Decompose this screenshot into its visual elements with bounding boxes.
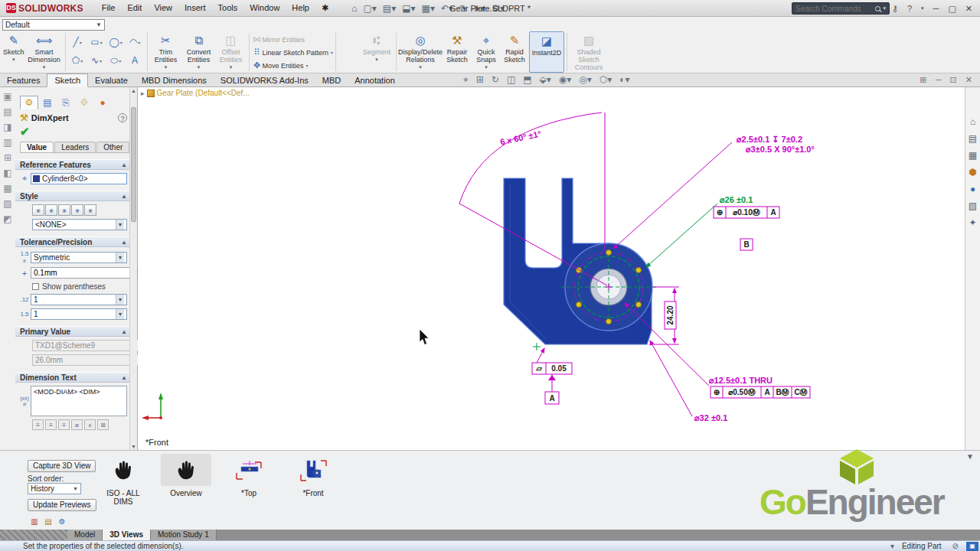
- menu-view[interactable]: View: [148, 1, 178, 15]
- report-icon[interactable]: ▥: [29, 517, 40, 527]
- hide-show-icon[interactable]: ◎▾: [579, 74, 592, 85]
- height-dimension[interactable]: 24.20: [649, 287, 679, 344]
- circle-tool-icon[interactable]: ◯▾: [106, 33, 126, 51]
- resources-icon[interactable]: ⌂: [970, 116, 975, 127]
- section-dimension-text[interactable]: Dimension Text ▴: [15, 372, 130, 383]
- scrollbar-thumb[interactable]: [131, 107, 136, 222]
- menu-window[interactable]: Window: [243, 1, 286, 15]
- doc-close-icon[interactable]: ✕: [965, 75, 972, 84]
- menu-file[interactable]: File: [96, 1, 122, 15]
- display-style-icon[interactable]: ◉▾: [559, 74, 572, 85]
- home-icon[interactable]: ⌂: [351, 3, 357, 14]
- arc-tool-icon[interactable]: ◠▾: [126, 33, 145, 51]
- capture-3d-view-button[interactable]: Capture 3D View: [28, 460, 96, 472]
- publish-icon[interactable]: ▤: [43, 517, 54, 527]
- linear-sketch-pattern-button[interactable]: ⠿ Linear Sketch Pattern ▾: [252, 46, 334, 59]
- justify-left-icon[interactable]: ≡: [32, 419, 44, 430]
- menu-insert[interactable]: Insert: [178, 1, 212, 15]
- view-settings-icon[interactable]: ◐▾: [619, 74, 629, 85]
- search-icon[interactable]: [875, 6, 880, 11]
- convert-entities-button[interactable]: ⧉ Convert Entities ▾: [182, 31, 216, 73]
- menu-tools[interactable]: Tools: [212, 1, 244, 15]
- view-orientation-icon[interactable]: ⬙▾: [540, 74, 551, 85]
- 3dexperience-icon[interactable]: ▣: [966, 542, 978, 551]
- section-tolerance-precision[interactable]: Tolerance/Precision ▴: [15, 236, 130, 247]
- dia26-text[interactable]: ⌀26 ±0.1: [719, 195, 753, 204]
- ellipse-tool-icon[interactable]: ⬭▾: [106, 51, 126, 70]
- help-dropdown-icon[interactable]: ▾: [921, 5, 924, 11]
- offset-entities-button[interactable]: ◫ Offset Entities ▾: [216, 31, 247, 73]
- style-add-icon[interactable]: ⚹: [45, 204, 57, 216]
- symbol-insert-icon[interactable]: ±: [84, 419, 96, 430]
- show-parentheses-checkbox[interactable]: [32, 283, 39, 290]
- line-tool-icon[interactable]: ╱▾: [68, 33, 87, 51]
- zoom-fit-icon[interactable]: ⌖: [463, 74, 469, 85]
- doc-minimize-icon[interactable]: ─: [936, 75, 942, 84]
- section-style[interactable]: Style ▴: [15, 191, 130, 201]
- doc-restore-icon[interactable]: ⊡: [950, 75, 957, 84]
- counterbore-callout[interactable]: ⌀2.5±0.1 ↧ 7±0.2 ⌀3±0.5 X 90°±1.0°: [613, 135, 815, 249]
- ok-checkmark-icon[interactable]: ✔: [20, 125, 130, 139]
- view-thumbnail-front[interactable]: *Front: [288, 454, 338, 497]
- minimize-button[interactable]: ─: [933, 4, 939, 13]
- style-folder-icon[interactable]: ⚹: [84, 204, 96, 216]
- tab-annotation[interactable]: Annotation: [348, 74, 402, 86]
- instant2d-button[interactable]: ◪ Instant2D: [529, 31, 564, 73]
- segment-button[interactable]: ⑆ Segment ▾: [360, 31, 394, 73]
- view-palette-icon[interactable]: ⬢: [969, 167, 976, 178]
- view-thumbnail-iso[interactable]: ISO - ALL DIMS: [98, 454, 149, 506]
- tool-icon[interactable]: ◧: [3, 168, 11, 178]
- tab-addins[interactable]: SOLIDWORKS Add-Ins: [214, 74, 315, 86]
- cbore-line2-text[interactable]: ⌀3±0.5 X 90°±1.0°: [745, 145, 815, 154]
- scroll-down-icon[interactable]: ▼: [130, 444, 137, 449]
- sort-order-dropdown[interactable]: History ▼: [28, 483, 81, 494]
- shaded-sketch-contours-button[interactable]: ▨ Shaded Sketch Contours: [570, 31, 608, 73]
- quick-snaps-button[interactable]: ⌖ Quick Snaps ▾: [472, 31, 500, 73]
- polygon-tool-icon[interactable]: ⬠▾: [68, 51, 87, 70]
- datum-a[interactable]: A: [545, 374, 559, 404]
- print-icon[interactable]: ▦▾: [422, 3, 435, 14]
- redo-icon[interactable]: ↷: [459, 3, 467, 14]
- tab-propertymanager[interactable]: ⚙: [20, 96, 38, 109]
- rectangle-tool-icon[interactable]: ▭▾: [87, 33, 106, 51]
- scroll-up-icon[interactable]: ▲: [130, 88, 137, 93]
- graphics-viewport[interactable]: ▸ Gear Plate (Default<<Def...: [138, 87, 965, 450]
- forum-icon[interactable]: ✦: [969, 217, 976, 228]
- symbol-insert-icon[interactable]: ⌀: [71, 419, 83, 430]
- zoom-area-icon[interactable]: ⊞: [476, 74, 484, 85]
- tab-appearances[interactable]: ●: [93, 96, 112, 109]
- height-dimension-text[interactable]: 24.20: [666, 305, 675, 324]
- display-delete-relations-button[interactable]: ◎ Display/Delete Relations ▾: [399, 31, 442, 73]
- section-reference-features[interactable]: Reference Features ▴: [15, 159, 130, 170]
- login-icon[interactable]: ⚷: [892, 4, 898, 14]
- spline-tool-icon[interactable]: ∿▾: [87, 51, 106, 70]
- appearance-icon[interactable]: ⬡▾: [599, 74, 612, 85]
- tolerance-precision-dropdown[interactable]: 1 ▼: [31, 308, 127, 320]
- select-icon[interactable]: ➤▾: [473, 3, 485, 14]
- save-icon[interactable]: ⬓▾: [402, 3, 415, 14]
- tool-icon[interactable]: ⊞: [4, 152, 11, 163]
- style-load-icon[interactable]: ⚹: [32, 204, 44, 216]
- tolerance-type-dropdown[interactable]: Symmetric ▼: [31, 252, 127, 263]
- tool-icon[interactable]: ▥: [3, 137, 11, 148]
- splitter-hatch[interactable]: [0, 530, 67, 540]
- appearances-icon[interactable]: ●: [970, 184, 975, 194]
- collapse-panel-icon[interactable]: ▼: [966, 452, 974, 461]
- cbore-line1-text[interactable]: ⌀2.5±0.1 ↧ 7±0.2: [736, 135, 802, 144]
- repair-sketch-button[interactable]: ⚒ Repair Sketch: [442, 31, 472, 73]
- tab-leaders[interactable]: Leaders: [54, 142, 96, 152]
- feature-tree-root-label[interactable]: Gear Plate (Default<<Def...: [157, 89, 250, 97]
- tile-icon[interactable]: ⊞: [920, 75, 926, 84]
- smart-dimension-button[interactable]: ⟺ Smart Dimension ▾: [26, 31, 63, 73]
- menu-edit[interactable]: Edit: [121, 1, 148, 15]
- units-icon[interactable]: ▾: [890, 542, 894, 550]
- pin-icon[interactable]: ✱: [315, 1, 335, 15]
- tab-features[interactable]: Features: [0, 74, 47, 86]
- trim-entities-button[interactable]: ✂ Trim Entities ▾: [150, 31, 182, 73]
- unit-precision-dropdown[interactable]: 1 ▼: [31, 294, 127, 305]
- tab-configurations[interactable]: ⎘: [57, 96, 75, 109]
- model-canvas[interactable]: 6 x 60° ±1° ⌀2.5±0.1 ↧ 7±0.2 ⌀3±0.5 X 90…: [138, 87, 965, 450]
- dimension-text-area[interactable]: <MOD-DIAM> <DIM>: [31, 386, 127, 416]
- new-document-icon[interactable]: ▢▾: [363, 3, 376, 14]
- search-dropdown-icon[interactable]: ▾: [883, 5, 886, 11]
